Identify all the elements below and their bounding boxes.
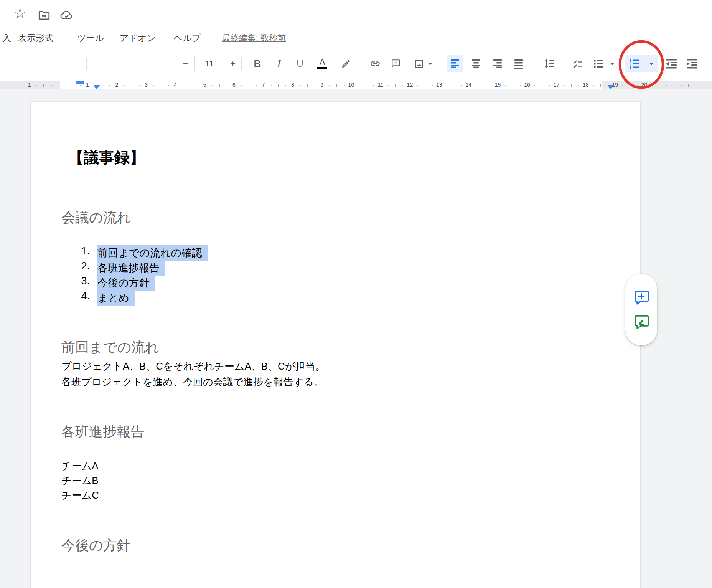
heading-meeting-flow[interactable]: 会議の流れ [61, 208, 131, 227]
chevron-down-icon [610, 63, 615, 65]
link-icon [370, 58, 381, 69]
add-comment-button[interactable] [387, 55, 404, 72]
ruler-tick [461, 85, 462, 86]
heading-previous-flow[interactable]: 前回までの流れ [61, 338, 159, 357]
selected-text[interactable]: 各班進捗報告 [97, 260, 165, 276]
team-line: チームC [61, 489, 99, 503]
text-color-button[interactable]: A [314, 55, 331, 72]
ruler-tick [513, 84, 513, 87]
doc-title[interactable]: 【議事録】 [68, 147, 145, 168]
italic-button[interactable]: I [270, 55, 287, 72]
ruler-tick [630, 84, 630, 87]
cloud-saved-icon[interactable] [59, 9, 74, 23]
font-size-value[interactable]: 11 [195, 56, 224, 71]
align-left-button[interactable] [447, 55, 463, 72]
font-size-decrease-button[interactable]: − [176, 56, 195, 71]
ruler-number: 1 [28, 82, 31, 88]
increase-indent-button[interactable] [684, 55, 700, 72]
highlighter-icon [341, 59, 351, 69]
heading-progress-report[interactable]: 各班進捗報告 [61, 423, 144, 441]
numbered-list-button[interactable]: 123 [626, 55, 643, 72]
checklist-button[interactable] [569, 55, 586, 72]
ruler-number: 12 [407, 82, 413, 88]
ruler-tick [373, 85, 374, 86]
document-page[interactable]: 【議事録】 会議の流れ 1. 前回までの流れの確認 2. 各班進捗報告 3. 今… [31, 102, 640, 588]
paragraph-style-dropdown[interactable]: 標準テキス... [11, 55, 84, 72]
ruler-number: 6 [232, 82, 236, 88]
chevron-down-icon [428, 63, 432, 65]
menu-item-format[interactable]: 表示形式 [18, 32, 53, 44]
insert-image-button[interactable] [411, 55, 437, 72]
divider [359, 58, 359, 70]
line-spacing-icon [544, 58, 554, 69]
ruler-tick [219, 84, 220, 87]
ruler-number: 11 [378, 82, 384, 88]
ruler-tick [402, 85, 403, 86]
decrease-indent-button[interactable] [663, 55, 680, 72]
line-spacing-button[interactable] [541, 55, 557, 72]
ruler-tick [132, 84, 132, 87]
add-comment-fab[interactable] [633, 289, 650, 306]
font-dropdown[interactable]: Arial [92, 55, 169, 72]
numbered-list-group: 123 [625, 55, 658, 72]
ruler-tick [66, 85, 66, 86]
team-list[interactable]: チームA チームB チームC [61, 459, 99, 503]
selected-text[interactable]: まとめ [97, 290, 135, 306]
menu-item-help[interactable]: ヘルプ [174, 32, 201, 44]
ruler-tick [102, 84, 102, 87]
highlight-color-button[interactable] [338, 55, 354, 72]
ruler-tick [190, 84, 190, 87]
last-edit-link[interactable]: 最終編集: 数秒前 [222, 32, 286, 44]
font-size-increase-button[interactable]: + [224, 56, 241, 71]
ruler-tick [51, 85, 52, 86]
ruler-number: 13 [436, 82, 442, 88]
ruler-tick [344, 85, 345, 86]
ruler-tick [73, 84, 73, 87]
ruler-tick [80, 85, 81, 86]
ruler-tick [336, 84, 337, 87]
bold-button[interactable]: B [249, 55, 266, 72]
star-button[interactable]: ☆ [14, 7, 26, 20]
ruler-tick [307, 84, 308, 87]
align-justify-button[interactable] [510, 55, 527, 72]
align-right-button[interactable] [489, 55, 506, 72]
ruler-tick [666, 85, 667, 86]
suggest-edits-fab[interactable] [633, 313, 650, 331]
ruler-tick [600, 84, 601, 87]
ruler-tick [659, 84, 659, 87]
ruler-number: 7 [262, 82, 265, 88]
bullet-list-button[interactable] [590, 55, 621, 72]
menu-item-addons[interactable]: アドオン [120, 32, 156, 44]
underline-glyph: U [297, 58, 303, 69]
paragraph-previous[interactable]: プロジェクトA、B、CをそれぞれチームA、B、Cが担当。 各班プロジェクトを進め… [61, 360, 325, 391]
ruler-number: 2 [115, 82, 118, 88]
ruler-scale: 11234567891011121314151617181920 [0, 81, 712, 89]
google-docs-window: ☆ 入 表示形式 ツール アドオン ヘルプ 最終編集: 数秒前 標準テキス...… [0, 0, 712, 588]
add-comment-bubble-icon [633, 289, 649, 306]
align-right-icon [493, 59, 502, 69]
ruler-number: 1 [86, 82, 89, 88]
selected-text[interactable]: 今後の方針 [97, 275, 155, 291]
right-indent-marker[interactable] [607, 85, 614, 89]
ruler-tick [417, 85, 418, 86]
ruler-tick [36, 85, 37, 86]
ruler-number: 4 [174, 82, 177, 88]
first-line-indent-marker[interactable] [93, 85, 100, 89]
insert-link-button[interactable] [367, 55, 384, 72]
underline-button[interactable]: U [292, 55, 308, 72]
increase-indent-icon [687, 59, 697, 69]
ruler-tick [366, 84, 366, 87]
heading-future-policy[interactable]: 今後の方針 [61, 536, 131, 555]
ruler-tick [227, 85, 227, 86]
chevron-down-icon[interactable] [649, 63, 654, 65]
left-margin-marker[interactable] [76, 81, 84, 84]
ruler-tick [183, 85, 183, 86]
align-center-button[interactable] [468, 55, 485, 72]
ruler-tick [520, 85, 521, 86]
ruler-tick [696, 85, 696, 86]
menu-item-insert-partial[interactable]: 入 [2, 32, 11, 44]
ruler-tick [622, 85, 623, 86]
move-folder-icon[interactable] [38, 9, 51, 23]
menu-item-tools[interactable]: ツール [77, 32, 104, 44]
selected-text[interactable]: 前回までの流れの確認 [97, 245, 208, 261]
